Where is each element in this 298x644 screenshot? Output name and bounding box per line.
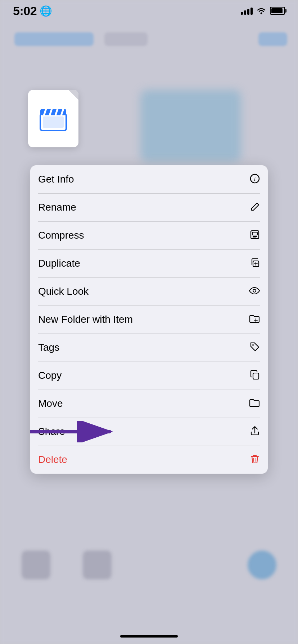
- context-menu: Get Info i Rename Compress: [30, 165, 268, 474]
- menu-item-delete-label: Delete: [38, 454, 67, 465]
- file-icon: [28, 90, 78, 147]
- menu-item-rename-label: Rename: [38, 202, 76, 213]
- status-bar: 5:02 🌐: [0, 0, 298, 22]
- pencil-icon: [250, 202, 260, 213]
- battery-icon: [270, 7, 285, 15]
- copy-icon: [250, 370, 260, 381]
- svg-rect-7: [43, 117, 63, 128]
- bg-element-app-2: [83, 551, 112, 579]
- bg-element-folder: [140, 90, 241, 162]
- menu-item-delete[interactable]: Delete: [30, 446, 268, 474]
- trash-icon: [250, 454, 260, 465]
- menu-item-tags[interactable]: Tags: [30, 334, 268, 362]
- duplicate-icon: [250, 258, 260, 269]
- eye-icon: [249, 286, 260, 296]
- svg-rect-21: [253, 373, 259, 379]
- status-time: 5:02: [13, 4, 37, 18]
- menu-item-duplicate-label: Duplicate: [38, 258, 80, 269]
- svg-rect-11: [252, 232, 257, 235]
- menu-item-get-info[interactable]: Get Info i: [30, 165, 268, 193]
- menu-item-move[interactable]: Move: [30, 390, 268, 418]
- status-icons: [241, 7, 285, 15]
- menu-item-tags-label: Tags: [38, 342, 59, 353]
- menu-item-quick-look[interactable]: Quick Look: [30, 277, 268, 305]
- file-icon-container: [28, 90, 78, 147]
- compress-icon: [250, 230, 260, 241]
- svg-point-17: [253, 289, 256, 292]
- menu-item-get-info-label: Get Info: [38, 174, 74, 185]
- tag-icon: [250, 342, 260, 353]
- menu-item-share[interactable]: Share: [30, 418, 268, 446]
- bg-element-nav-right: [258, 32, 287, 46]
- svg-point-20: [252, 344, 254, 346]
- menu-item-compress-label: Compress: [38, 230, 84, 241]
- menu-item-copy-label: Copy: [38, 370, 62, 381]
- menu-item-duplicate[interactable]: Duplicate: [30, 249, 268, 277]
- bg-element-nav-center: [104, 32, 148, 46]
- globe-icon: 🌐: [40, 5, 52, 17]
- folder-icon: [249, 398, 260, 409]
- svg-point-0: [261, 13, 262, 14]
- info-icon: i: [250, 174, 260, 185]
- menu-item-move-label: Move: [38, 398, 63, 409]
- wifi-icon: [256, 7, 266, 15]
- bg-element-nav-left: [14, 32, 94, 46]
- menu-item-quick-look-label: Quick Look: [38, 286, 89, 297]
- menu-item-new-folder-label: New Folder with Item: [38, 314, 133, 325]
- svg-text:i: i: [254, 176, 256, 182]
- home-indicator: [120, 635, 178, 638]
- folder-plus-icon: [249, 314, 260, 325]
- bg-element-app-3: [248, 551, 276, 579]
- share-icon: [250, 426, 260, 437]
- menu-item-rename[interactable]: Rename: [30, 193, 268, 221]
- menu-item-compress[interactable]: Compress: [30, 221, 268, 249]
- clapper-svg: [39, 106, 68, 131]
- bg-element-app-1: [22, 551, 50, 579]
- signal-icon: [241, 7, 253, 15]
- menu-item-copy[interactable]: Copy: [30, 362, 268, 390]
- menu-item-new-folder[interactable]: New Folder with Item: [30, 305, 268, 334]
- menu-item-share-label: Share: [38, 426, 65, 437]
